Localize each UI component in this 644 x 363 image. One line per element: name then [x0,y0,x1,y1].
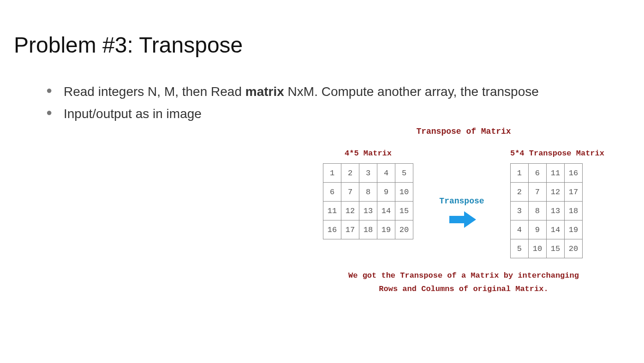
cell: 17 [564,183,582,202]
caption-line-2: Rows and Columns of original Matrix. [379,285,548,293]
cell: 3 [510,202,528,220]
arrow-block: Transpose [439,178,484,230]
cell: 10 [395,183,413,202]
cell: 11 [546,164,564,183]
cell: 1 [510,164,528,183]
cell: 20 [395,220,413,239]
cell: 11 [323,202,341,220]
output-matrix-block: 5*4 Transpose Matrix 1 6 11 16 2 7 12 17 [510,149,604,258]
cell: 2 [510,183,528,202]
input-matrix-label: 4*5 Matrix [323,149,413,158]
cell: 19 [377,220,395,239]
cell: 12 [341,202,359,220]
cell: 20 [564,239,582,258]
cell: 6 [323,183,341,202]
cell: 4 [510,220,528,239]
cell: 16 [564,164,582,183]
cell: 8 [528,202,546,220]
output-matrix-label: 5*4 Transpose Matrix [510,149,604,158]
input-matrix-block: 4*5 Matrix 1 2 3 4 5 6 7 8 9 10 [323,149,413,239]
cell: 14 [546,220,564,239]
cell: 18 [359,220,377,239]
diagram-caption: We got the Transpose of a Matrix by inte… [323,269,604,296]
transpose-label: Transpose [439,196,484,206]
table-row: 1 2 3 4 5 [323,164,413,183]
cell: 2 [341,164,359,183]
table-row: 3 8 13 18 [510,202,582,220]
cell: 4 [377,164,395,183]
svg-marker-0 [449,211,476,228]
cell: 3 [359,164,377,183]
cell: 7 [341,183,359,202]
cell: 7 [528,183,546,202]
cell: 5 [395,164,413,183]
cell: 15 [546,239,564,258]
caption-line-1: We got the Transpose of a Matrix by inte… [348,271,579,280]
table-row: 1 6 11 16 [510,164,582,183]
cell: 5 [510,239,528,258]
bullet-1-pre: Read integers N, M, then Read [64,84,245,99]
arrow-right-icon [446,209,478,230]
bullet-1: Read integers N, M, then Read matrix NxM… [46,81,630,103]
cell: 16 [323,220,341,239]
cell: 19 [564,220,582,239]
diagram-title: Transpose of Matrix [323,127,604,136]
table-row: 6 7 8 9 10 [323,183,413,202]
cell: 9 [528,220,546,239]
bullet-2: Input/output as in image [46,103,630,125]
cell: 15 [395,202,413,220]
table-row: 5 10 15 20 [510,239,582,258]
input-matrix-table: 1 2 3 4 5 6 7 8 9 10 11 [323,163,413,239]
diagram-row: 4*5 Matrix 1 2 3 4 5 6 7 8 9 10 [323,149,604,258]
cell: 13 [359,202,377,220]
cell: 8 [359,183,377,202]
table-row: 16 17 18 19 20 [323,220,413,239]
table-row: 11 12 13 14 15 [323,202,413,220]
cell: 14 [377,202,395,220]
bullet-list: Read integers N, M, then Read matrix NxM… [14,81,630,125]
output-matrix-table: 1 6 11 16 2 7 12 17 3 8 13 [510,163,583,258]
cell: 12 [546,183,564,202]
cell: 18 [564,202,582,220]
slide: Problem #3: Transpose Read integers N, M… [0,0,644,363]
cell: 6 [528,164,546,183]
bullet-1-bold: matrix [245,84,284,99]
slide-title: Problem #3: Transpose [14,32,630,58]
transpose-diagram: Transpose of Matrix 4*5 Matrix 1 2 3 4 5… [323,127,604,296]
table-row: 2 7 12 17 [510,183,582,202]
table-row: 4 9 14 19 [510,220,582,239]
cell: 9 [377,183,395,202]
cell: 13 [546,202,564,220]
cell: 10 [528,239,546,258]
bullet-1-post: NxM. Compute another array, the transpos… [284,84,539,99]
cell: 1 [323,164,341,183]
cell: 17 [341,220,359,239]
